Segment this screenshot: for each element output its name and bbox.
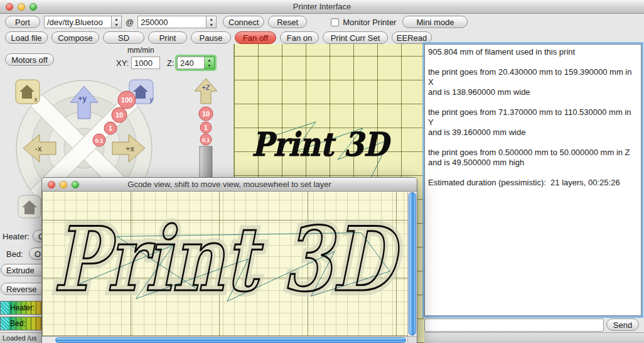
stepper-down-icon[interactable]: ▼ (205, 63, 214, 68)
sd-button[interactable]: SD (103, 31, 144, 44)
z-step-1-button[interactable]: 1 (200, 122, 212, 133)
port-input[interactable]: /dev/tty.Bluetoo (44, 16, 112, 28)
z-step-10-label: 10 (202, 110, 210, 117)
jog-step-1-label: 1 (109, 125, 112, 132)
titlebar: Printer Interface (0, 0, 644, 14)
print-button[interactable]: Print (148, 31, 187, 44)
gcode-window-title: Gcode view, shift to move view, mousewhe… (127, 180, 331, 189)
at-label: @ (126, 18, 134, 27)
monitor-printer-label: Monitor Printer (343, 18, 396, 27)
vertical-scrollbar-thumb[interactable] (409, 192, 416, 335)
close-icon[interactable] (48, 181, 55, 188)
log-line: the print goes from 0.500000 mm to 50.00… (428, 148, 638, 158)
minimize-icon[interactable] (60, 181, 67, 188)
stepper-up-icon[interactable]: ▲ (205, 57, 214, 63)
compose-button[interactable]: Compose (51, 31, 99, 44)
home-y-label: y (150, 96, 153, 103)
window-title: Printer Interface (293, 2, 352, 11)
stepper-up-icon[interactable]: ▲ (112, 16, 121, 22)
xy-feed-label: XY: (116, 58, 129, 68)
connection-toolbar: Port /dev/tty.Bluetoo ▲▼ @ 250000 ▲▼ Con… (5, 15, 468, 29)
gcode-view-window[interactable]: Gcode view, shift to move view, mousewhe… (41, 177, 417, 343)
eeread-button[interactable]: EERead (392, 31, 432, 44)
gcode-view-art: Print 3D Print 3D Print 3D (42, 192, 407, 336)
connect-button[interactable]: Connect (223, 16, 264, 28)
log-line: and is 49.500000 mm high (428, 158, 638, 168)
z-feed-label: Z: (167, 58, 174, 68)
gcode-vertical-scrollbar[interactable] (407, 192, 417, 336)
jog-step-100-label: 100 (121, 96, 132, 104)
gcode-window-controls (48, 181, 79, 188)
xy-feedrate-input[interactable]: 1000 (131, 57, 160, 69)
heater-label: Heater: (3, 232, 30, 241)
command-input[interactable] (424, 318, 604, 332)
z-feedrate-stepper[interactable]: ▲▼ (205, 57, 215, 69)
gauge-dither-block (1, 302, 9, 314)
monitor-printer-checkbox[interactable] (331, 18, 339, 26)
z-plus-label: +Z (201, 84, 210, 91)
z-feedrate-input[interactable]: 240 (177, 57, 205, 69)
log-line: and is 138.960000 mm wide (428, 87, 638, 97)
jog-step-100-button[interactable]: 100 (118, 91, 136, 109)
print-curr-set-button[interactable]: Print Curr Set (323, 31, 388, 44)
log-line (428, 138, 638, 148)
bed-gauge-label: Bed: (10, 319, 26, 328)
baud-input[interactable]: 250000 (137, 16, 207, 28)
jog-plus-x-label: +x (126, 144, 135, 153)
gauge-dither-block (1, 317, 9, 330)
z-slider-track[interactable] (200, 146, 212, 182)
bed-label: Bed: (6, 249, 23, 259)
jog-minus-x-label: -x (35, 144, 42, 153)
z-plus-button[interactable]: +Z (195, 79, 217, 104)
stepper-down-icon[interactable]: ▼ (112, 22, 121, 28)
fan-off-button[interactable]: Fan off (235, 31, 276, 44)
baud-stepper[interactable]: ▲▼ (207, 16, 217, 28)
close-icon[interactable] (6, 3, 13, 11)
zoom-icon[interactable] (30, 3, 37, 11)
status-text: Loaded /us (3, 334, 36, 342)
gcode-horizontal-scrollbar[interactable] (42, 336, 407, 343)
toolpath-text-small: Print 3D (252, 125, 391, 163)
zoom-icon[interactable] (72, 181, 79, 188)
z-step-10-button[interactable]: 10 (199, 107, 213, 121)
heater-gauge-label: Heater: (10, 303, 35, 312)
stepper-up-icon[interactable]: ▲ (207, 16, 216, 22)
toolpath-text-large: Print 3D (53, 207, 401, 311)
jog-step-01-button[interactable]: 0.1 (93, 134, 105, 146)
send-button[interactable]: Send (606, 318, 639, 331)
log-line: the print goes from 71.370000 mm to 110.… (428, 107, 638, 128)
minimize-icon[interactable] (18, 3, 25, 11)
port-stepper[interactable]: ▲▼ (112, 16, 122, 28)
horizontal-scrollbar-thumb[interactable] (55, 337, 406, 343)
gcode-view-canvas[interactable]: Print 3D Print 3D Print 3D (42, 192, 407, 336)
log-line: the print goes from 20.430000 mm to 159.… (428, 67, 638, 87)
gcode-window-titlebar[interactable]: Gcode view, shift to move view, mousewhe… (42, 178, 417, 192)
mini-mode-button[interactable]: Mini mode (402, 16, 468, 28)
z-jog-strip[interactable]: +Z 10 1 0.1 (192, 76, 220, 183)
fan-on-button[interactable]: Fan on (280, 31, 319, 44)
z-step-01-button[interactable]: 0.1 (200, 134, 212, 145)
z-feedrate-combo: 240 ▲▼ (177, 57, 215, 69)
jog-step-1-button[interactable]: 1 (104, 122, 117, 134)
reset-button[interactable]: Reset (268, 16, 307, 28)
jog-plus-y-label: +y (78, 94, 87, 103)
scrollbar-corner (407, 336, 417, 343)
log-output-panel[interactable]: 905.804 mm of filament used in this prin… (424, 44, 641, 316)
log-line (428, 168, 638, 178)
home-all-button[interactable] (18, 195, 41, 218)
stepper-down-icon[interactable]: ▼ (207, 22, 216, 28)
feedrate-units-label: mm/min (127, 46, 154, 55)
z-step-01-label: 0.1 (202, 137, 210, 143)
port-combo: /dev/tty.Bluetoo ▲▼ (44, 16, 122, 28)
z-step-1-label: 1 (204, 124, 208, 131)
port-button[interactable]: Port (5, 16, 40, 28)
load-file-button[interactable]: Load file (5, 31, 48, 44)
log-line: 905.804 mm of filament used in this prin… (428, 47, 638, 57)
jog-step-10-label: 10 (115, 111, 123, 119)
jog-step-10-button[interactable]: 10 (112, 107, 127, 122)
motors-off-button[interactable]: Motors off (5, 53, 54, 66)
home-x-button[interactable]: x (16, 80, 40, 104)
log-line (428, 57, 638, 67)
pause-button[interactable]: Pause (191, 31, 231, 44)
home-x-label: x (35, 96, 38, 103)
